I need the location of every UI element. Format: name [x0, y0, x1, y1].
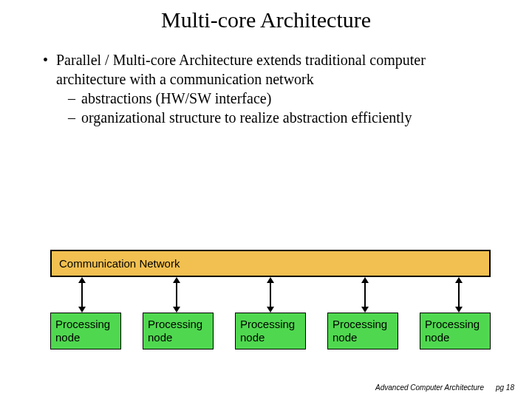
double-arrow-icon [458, 277, 460, 313]
arrows-row [50, 277, 491, 313]
double-arrow-icon [81, 277, 83, 313]
architecture-diagram: Communication Network Processingnode Pro… [50, 250, 491, 349]
slide-footer: Advanced Computer Architecture pg 18 [375, 383, 514, 392]
processing-node-box: Processingnode [143, 313, 214, 349]
double-arrow-icon [364, 277, 366, 313]
footer-course: Advanced Computer Architecture [375, 383, 484, 392]
double-arrow-icon [176, 277, 177, 313]
dash-marker: – [68, 108, 81, 127]
nodes-row: Processingnode Processingnode Processing… [50, 313, 491, 349]
sub-bullet-item: – organizational structure to realize ab… [68, 108, 473, 127]
bullet-marker: • [43, 50, 56, 89]
processing-node-box: Processingnode [50, 313, 121, 349]
communication-network-box: Communication Network [50, 250, 491, 277]
sub-bullet-text: organizational structure to realize abst… [81, 108, 412, 127]
dash-marker: – [68, 89, 81, 108]
bullet-item: • Parallel / Multi-core Architecture ext… [43, 50, 473, 89]
bullet-text: Parallel / Multi-core Architecture exten… [56, 50, 473, 89]
processing-node-box: Processingnode [327, 313, 398, 349]
footer-page: pg 18 [496, 383, 514, 392]
processing-node-box: Processingnode [235, 313, 306, 349]
processing-node-box: Processingnode [420, 313, 491, 349]
slide-title: Multi-core Architecture [0, 0, 532, 33]
sub-bullet-item: – abstractions (HW/SW interface) [68, 89, 473, 108]
body-text: • Parallel / Multi-core Architecture ext… [0, 33, 473, 127]
double-arrow-icon [270, 277, 271, 313]
sub-bullet-text: abstractions (HW/SW interface) [81, 89, 271, 108]
